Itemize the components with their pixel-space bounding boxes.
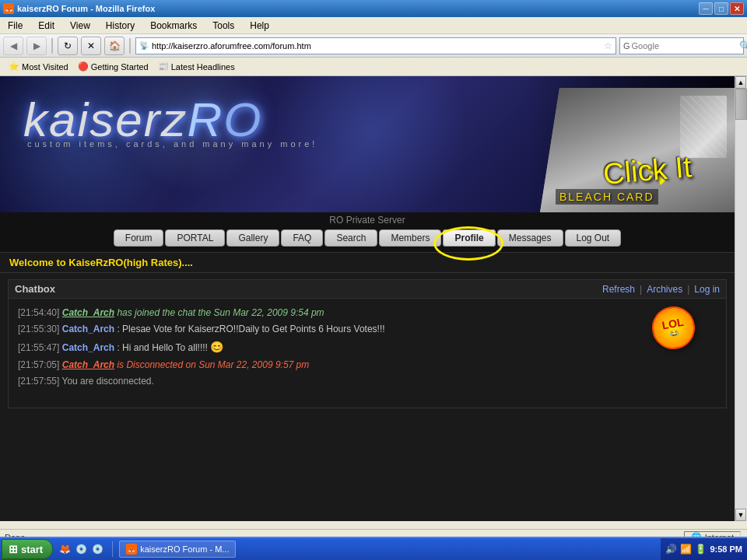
nav-profile[interactable]: Profile	[443, 229, 495, 247]
nav-forum[interactable]: Forum	[114, 229, 164, 247]
scroll-track[interactable]	[735, 89, 747, 509]
forum-banner: kaiserzRO custom items, cards, and many …	[0, 76, 735, 212]
chat-time-3: [21:55:47]	[18, 342, 59, 353]
search-bar[interactable]: G 🔍	[619, 37, 744, 54]
chat-time-5: [21:57:55]	[18, 376, 59, 387]
nav-messages[interactable]: Messages	[497, 229, 563, 247]
window-title: kaiserzRO Forum - Mozilla Firefox	[17, 4, 155, 13]
bookmark-most-visited[interactable]: ⭐ Most Visited	[5, 60, 72, 73]
welcome-text: Welcome to KaiseRzRO(high Rates)....	[9, 257, 193, 268]
scroll-up-button[interactable]: ▲	[735, 76, 746, 89]
browser-viewport[interactable]: kaiserzRO custom items, cards, and many …	[0, 76, 735, 521]
menu-bar: File Edit View History Bookmarks Tools H…	[0, 17, 747, 34]
chat-time-4: [21:57:05]	[18, 359, 59, 370]
chat-user-link-4[interactable]: Catch_Arch	[62, 359, 114, 370]
maximize-button[interactable]: □	[714, 2, 728, 15]
chat-line-1: [21:54:40] Catch_Arch has joined the cha…	[18, 305, 717, 321]
bookmark-label: Most Visited	[22, 62, 68, 72]
nav-bar: ◀ ▶ ↻ ✕ 🏠 📡 ☆ G 🔍	[0, 34, 747, 58]
reload-button[interactable]: ↻	[58, 37, 78, 55]
lol-face: 😂	[669, 327, 680, 338]
scroll-thumb[interactable]	[735, 89, 747, 120]
click-it-annotation: Click It	[603, 154, 692, 187]
login-link[interactable]: Log in	[694, 284, 720, 295]
taskbar-app-firefox[interactable]: 🦊 kaiserzRO Forum - M...	[119, 541, 236, 558]
getting-started-icon: 🔴	[78, 61, 89, 72]
taskbar-quick-launch: 🦊 💿 💿	[53, 542, 109, 556]
sys-icon-1: 🔊	[665, 544, 677, 555]
chat-line-3: [21:55:47] Catch_Arch : Hi and Hello To …	[18, 338, 717, 356]
archives-link[interactable]: Archives	[647, 284, 682, 295]
system-time: 9:58 PM	[710, 544, 742, 554]
chat-line-2: [21:55:30] Catch_Arch : Plesae Vote for …	[18, 321, 717, 338]
taskbar-right: 🔊 📶 🔋 9:58 PM	[661, 538, 747, 560]
welcome-bar: Welcome to KaiseRzRO(high Rates)....	[0, 252, 735, 273]
menu-file[interactable]: File	[3, 19, 27, 33]
refresh-link[interactable]: Refresh	[602, 284, 635, 295]
home-button[interactable]: 🏠	[104, 37, 124, 55]
nav-members[interactable]: Members	[379, 229, 441, 247]
menu-view[interactable]: View	[65, 19, 95, 33]
chat-user-link-1[interactable]: Catch_Arch	[62, 307, 114, 318]
chat-emoji-3: 😊	[210, 341, 223, 353]
forward-button[interactable]: ▶	[26, 37, 47, 55]
start-button[interactable]: ⊞ start	[2, 539, 53, 559]
search-input[interactable]	[632, 41, 739, 51]
bookmark-label: Latest Headlines	[171, 62, 235, 72]
forum-private-server-label: RO Private Server	[0, 215, 735, 226]
menu-bookmarks[interactable]: Bookmarks	[146, 19, 202, 33]
main-content: Chatbox Refresh | Archives | Log in LOL …	[0, 273, 735, 506]
chat-line-5: [21:57:55] You are disconnected.	[18, 373, 717, 390]
minimize-button[interactable]: ─	[699, 2, 713, 15]
title-bar: 🦊 kaiserzRO Forum - Mozilla Firefox ─ □ …	[0, 0, 747, 17]
menu-help[interactable]: Help	[245, 19, 274, 33]
chat-user-link-2[interactable]: Catch_Arch	[62, 324, 114, 334]
forum-nav-bar: Forum PORTAL Gallery FAQ Search Members …	[0, 228, 735, 250]
close-button[interactable]: ✕	[730, 2, 744, 15]
nav-portal[interactable]: PORTAL	[165, 229, 225, 247]
bookmarks-bar: ⭐ Most Visited 🔴 Getting Started 📰 Lates…	[0, 58, 747, 76]
bookmark-getting-started[interactable]: 🔴 Getting Started	[74, 60, 153, 73]
stop-button[interactable]: ✕	[81, 37, 101, 55]
scroll-down-button[interactable]: ▼	[735, 509, 746, 521]
title-bar-buttons[interactable]: ─ □ ✕	[699, 2, 744, 15]
chat-msg-2: : Plesae Vote for KaiserzRO!!Daily to Ge…	[117, 324, 384, 334]
url-input[interactable]	[152, 41, 601, 51]
nav-search[interactable]: Search	[324, 229, 377, 247]
quick-icon-3[interactable]: 💿	[90, 542, 104, 556]
search-icon[interactable]: 🔍	[739, 40, 747, 51]
chat-time-1: [21:54:40]	[18, 307, 59, 318]
back-button[interactable]: ◀	[3, 37, 23, 55]
title-bar-left: 🦊 kaiserzRO Forum - Mozilla Firefox	[3, 3, 155, 14]
nav-logout[interactable]: Log Out	[565, 229, 622, 247]
address-bar[interactable]: 📡 ☆	[135, 37, 616, 54]
search-engine-label: G	[623, 41, 630, 51]
scrollbar[interactable]: ▲ ▼	[735, 76, 747, 521]
quick-icon-2[interactable]: 💿	[74, 542, 88, 556]
taskbar-app-label: kaiserzRO Forum - M...	[140, 544, 229, 554]
chat-disconnect-text: Catch_Arch is Disconnected on Sun Mar 22…	[62, 359, 310, 370]
banner-logo: kaiserzRO custom items, cards, and many …	[23, 92, 317, 149]
taskbar-apps: 🦊 kaiserzRO Forum - M...	[116, 541, 661, 558]
nav-faq[interactable]: FAQ	[281, 229, 323, 247]
sys-icon-3: 🔋	[695, 544, 707, 555]
star-icon: ☆	[604, 40, 612, 51]
nav-profile-wrapper: Profile	[443, 233, 495, 243]
bookmark-latest-headlines[interactable]: 📰 Latest Headlines	[154, 60, 239, 73]
windows-logo: ⊞	[9, 543, 18, 555]
separator-2: |	[687, 284, 689, 295]
chatbox-title: Chatbox	[15, 283, 55, 295]
quick-icon-1[interactable]: 🦊	[58, 542, 72, 556]
taskbar: ⊞ start 🦊 💿 💿 🦊 kaiserzRO Forum - M... 🔊…	[0, 537, 747, 560]
menu-edit[interactable]: Edit	[33, 19, 59, 33]
menu-history[interactable]: History	[101, 19, 139, 33]
browser-icon: 🦊	[3, 3, 14, 14]
chat-line-4: [21:57:05] Catch_Arch is Disconnected on…	[18, 357, 717, 373]
separator-1: |	[640, 284, 642, 295]
nav-gallery[interactable]: Gallery	[226, 229, 279, 247]
chatbox-body: LOL 😂 [21:54:40] Catch_Arch has joined t…	[9, 299, 726, 408]
menu-tools[interactable]: Tools	[208, 19, 239, 33]
star-bookmark-icon: ⭐	[9, 61, 19, 72]
chatbox-header: Chatbox Refresh | Archives | Log in	[9, 280, 726, 299]
chat-user-link-3[interactable]: Catch_Arch	[62, 342, 114, 353]
